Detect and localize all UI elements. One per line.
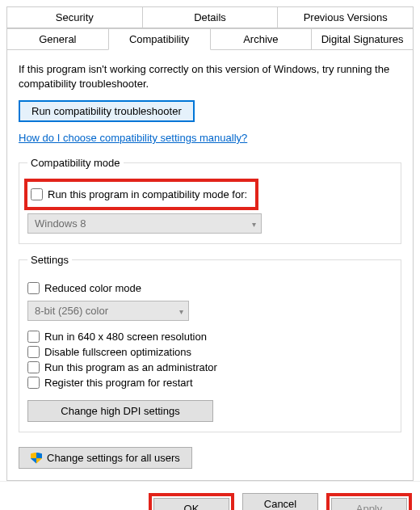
ok-button[interactable]: OK — [153, 498, 229, 510]
tab-archive[interactable]: Archive — [210, 28, 313, 50]
reduced-color-row[interactable]: Reduced color mode — [27, 282, 393, 294]
compat-mode-checkbox-row[interactable]: Run this program in compatibility mode f… — [31, 188, 247, 200]
change-all-users-button[interactable]: Change settings for all users — [19, 447, 192, 469]
reduced-color-label: Reduced color mode — [44, 282, 141, 294]
tab-general[interactable]: General — [6, 28, 109, 50]
run-640-label: Run in 640 x 480 screen resolution — [44, 331, 207, 343]
dialog-button-bar: OK Cancel Apply — [0, 481, 420, 510]
run-admin-label: Run this program as an administrator — [44, 361, 217, 373]
change-all-users-label: Change settings for all users — [47, 452, 180, 464]
run-admin-checkbox[interactable] — [27, 361, 40, 373]
disable-fullscreen-checkbox[interactable] — [27, 346, 40, 358]
chevron-down-icon: ▾ — [252, 219, 256, 228]
chevron-down-icon: ▾ — [179, 306, 183, 315]
cancel-wrap: Cancel — [242, 493, 318, 510]
properties-dialog: Security Details Previous Versions Gener… — [0, 0, 420, 510]
tab-compatibility[interactable]: Compatibility — [108, 28, 211, 50]
tab-digital-signatures[interactable]: Digital Signatures — [311, 28, 414, 50]
change-dpi-button[interactable]: Change high DPI settings — [27, 400, 213, 422]
disable-fullscreen-label: Disable fullscreen optimizations — [44, 346, 191, 358]
intro-text: If this program isn't working correctly … — [19, 62, 401, 91]
tab-panel-compatibility: If this program isn't working correctly … — [6, 49, 414, 481]
compatibility-mode-group: Compatibility mode Run this program in c… — [19, 157, 401, 244]
compat-mode-highlight: Run this program in compatibility mode f… — [24, 179, 258, 210]
cancel-button[interactable]: Cancel — [242, 493, 318, 510]
run-admin-row[interactable]: Run this program as an administrator — [27, 361, 393, 373]
compat-mode-checkbox[interactable] — [31, 188, 43, 200]
apply-highlight: Apply — [326, 493, 412, 510]
shield-icon — [31, 453, 42, 464]
settings-group: Settings Reduced color mode 8-bit (256) … — [19, 254, 401, 432]
compat-mode-dropdown[interactable]: Windows 8 ▾ — [27, 213, 262, 234]
tab-previous-versions[interactable]: Previous Versions — [277, 6, 414, 28]
tab-security[interactable]: Security — [6, 6, 143, 28]
ok-highlight: OK — [149, 493, 234, 510]
run-640-checkbox[interactable] — [27, 331, 40, 343]
compat-mode-label: Run this program in compatibility mode f… — [48, 188, 247, 200]
run-640-row[interactable]: Run in 640 x 480 screen resolution — [27, 331, 393, 343]
disable-fullscreen-row[interactable]: Disable fullscreen optimizations — [27, 346, 393, 358]
settings-legend: Settings — [27, 254, 72, 266]
tab-details[interactable]: Details — [142, 6, 279, 28]
change-dpi-label: Change high DPI settings — [61, 405, 179, 417]
manual-settings-link[interactable]: How do I choose compatibility settings m… — [19, 132, 247, 144]
tab-strip: Security Details Previous Versions Gener… — [0, 0, 420, 50]
color-mode-dropdown[interactable]: 8-bit (256) color ▾ — [27, 301, 189, 321]
register-restart-row[interactable]: Register this program for restart — [27, 377, 393, 389]
run-troubleshooter-button[interactable]: Run compatibility troubleshooter — [19, 100, 195, 122]
reduced-color-checkbox[interactable] — [27, 282, 40, 294]
apply-button[interactable]: Apply — [331, 498, 407, 510]
compat-mode-dropdown-value: Windows 8 — [35, 217, 86, 230]
register-restart-checkbox[interactable] — [27, 377, 40, 389]
compat-mode-legend: Compatibility mode — [27, 157, 124, 169]
color-mode-dropdown-value: 8-bit (256) color — [35, 305, 108, 317]
register-restart-label: Register this program for restart — [44, 377, 193, 389]
